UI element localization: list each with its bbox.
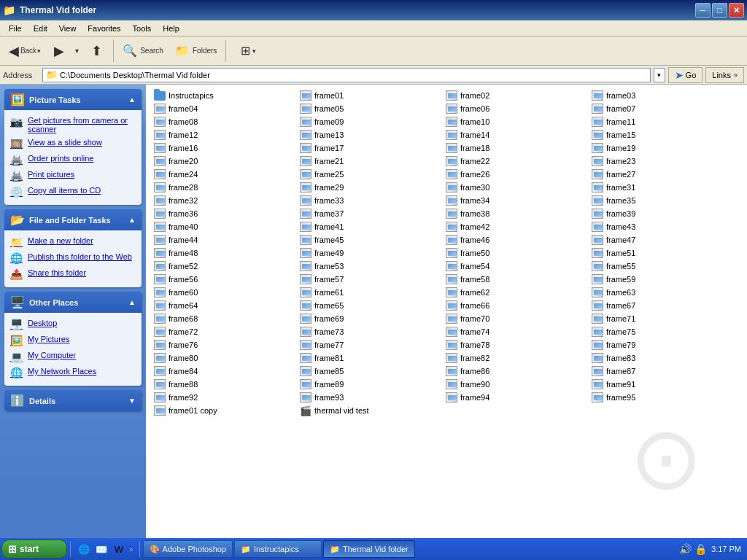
list-item[interactable]: frame53 (296, 260, 442, 273)
list-item[interactable]: frame83 (588, 351, 734, 365)
list-item[interactable]: frame76 (150, 338, 296, 351)
list-item[interactable]: frame35 (588, 194, 734, 207)
menu-favorites[interactable]: Favorites (82, 23, 126, 34)
address-input[interactable]: 📁 C:\Documents Desktop\Thermal Vid folde… (42, 68, 651, 82)
list-item[interactable]: frame84 (150, 365, 296, 378)
list-item[interactable]: frame85 (296, 365, 442, 378)
sidebar-item-share-folder[interactable]: 📤 Share this folder (7, 267, 139, 281)
taskbar-instructapics[interactable]: 📁 Instructapics (234, 540, 322, 558)
list-item[interactable]: frame12 (150, 128, 296, 141)
list-item[interactable]: frame34 (442, 194, 588, 207)
list-item[interactable]: frame40 (150, 220, 296, 233)
list-item[interactable]: frame91 (588, 378, 734, 391)
list-item[interactable]: frame29 (296, 181, 442, 194)
list-item[interactable]: frame42 (442, 220, 588, 233)
sidebar-item-desktop[interactable]: 🖥️ Desktop (7, 317, 139, 332)
sidebar-item-new-folder[interactable]: 📁 Make a new folder (7, 235, 139, 249)
list-item[interactable]: frame02 (442, 89, 588, 102)
list-item[interactable]: frame92 (150, 391, 296, 404)
forward-button[interactable]: ▶ (48, 38, 70, 64)
list-item[interactable]: frame61 (296, 286, 442, 299)
ie-icon[interactable]: 🌐 (77, 542, 91, 556)
picture-tasks-collapse[interactable]: ▲ (128, 96, 136, 104)
file-folder-tasks-header[interactable]: 📂 File and Folder Tasks ▲ (4, 209, 142, 230)
list-item[interactable]: frame95 (588, 391, 734, 404)
list-item[interactable]: frame44 (150, 233, 296, 246)
list-item[interactable]: frame65 (296, 299, 442, 312)
email-icon[interactable]: ✉️ (94, 542, 109, 556)
list-item[interactable]: frame10 (442, 115, 588, 128)
list-item[interactable]: frame94 (442, 391, 588, 404)
list-item[interactable]: frame75 (588, 325, 734, 338)
list-item[interactable]: frame13 (296, 128, 442, 141)
list-item[interactable]: frame80 (150, 351, 296, 365)
list-item[interactable]: frame37 (296, 207, 442, 220)
sidebar-item-slideshow[interactable]: 🎞️ View as a slide show (7, 136, 139, 151)
list-item[interactable]: frame51 (588, 246, 734, 260)
list-item[interactable]: frame93 (296, 391, 442, 404)
details-header[interactable]: ℹ️ Details ▼ (4, 390, 142, 411)
up-button[interactable]: ⬆ (83, 38, 109, 64)
list-item[interactable]: frame54 (442, 260, 588, 273)
taskbar-thermal-vid[interactable]: 📁 Thermal Vid folder (323, 540, 415, 558)
list-item[interactable]: frame06 (442, 102, 588, 115)
taskbar-photoshop[interactable]: 🎨 Adobe Photoshop (143, 540, 233, 558)
list-item[interactable]: frame52 (150, 260, 296, 273)
menu-help[interactable]: Help (157, 23, 185, 34)
list-item[interactable]: frame41 (296, 220, 442, 233)
list-item[interactable]: frame24 (150, 168, 296, 181)
sidebar-item-my-computer[interactable]: 💻 My Computer (7, 349, 139, 364)
back-button[interactable]: ◀ Back ▾ (3, 38, 47, 64)
sidebar-item-network-places[interactable]: 🌐 My Network Places (7, 365, 139, 380)
list-item[interactable]: frame56 (150, 273, 296, 286)
list-item[interactable]: frame18 (442, 141, 588, 155)
list-item[interactable]: frame87 (588, 365, 734, 378)
list-item[interactable]: frame04 (150, 102, 296, 115)
sidebar-item-order-prints[interactable]: 🖨️ Order prints online (7, 152, 139, 167)
list-item[interactable]: frame79 (588, 338, 734, 351)
list-item[interactable]: frame78 (442, 338, 588, 351)
start-button[interactable]: ⊞ start (1, 540, 67, 559)
list-item[interactable]: frame89 (296, 378, 442, 391)
sidebar-item-my-pictures[interactable]: 🖼️ My Pictures (7, 333, 139, 348)
list-item[interactable]: frame03 (588, 89, 734, 102)
list-item[interactable]: frame45 (296, 233, 442, 246)
list-item[interactable]: frame08 (150, 115, 296, 128)
list-item[interactable]: frame73 (296, 325, 442, 338)
list-item[interactable]: frame88 (150, 378, 296, 391)
quick-launch-expand[interactable]: » (129, 545, 133, 553)
minimize-button[interactable]: ─ (695, 3, 711, 18)
links-button[interactable]: Links » (705, 67, 744, 83)
list-item[interactable]: frame09 (296, 115, 442, 128)
other-places-header[interactable]: 🖥️ Other Places ▲ (4, 292, 142, 313)
list-item[interactable]: frame62 (442, 286, 588, 299)
list-item[interactable]: frame20 (150, 155, 296, 168)
other-places-collapse[interactable]: ▲ (128, 298, 136, 306)
menu-view[interactable]: View (53, 23, 82, 34)
list-item[interactable]: frame68 (150, 312, 296, 325)
list-item[interactable]: frame90 (442, 378, 588, 391)
list-item[interactable]: frame71 (588, 312, 734, 325)
file-folder-tasks-collapse[interactable]: ▲ (128, 216, 136, 224)
list-item[interactable]: frame70 (442, 312, 588, 325)
list-item[interactable]: frame14 (442, 128, 588, 141)
list-item[interactable]: frame22 (442, 155, 588, 168)
list-item[interactable]: frame67 (588, 299, 734, 312)
menu-tools[interactable]: Tools (127, 23, 158, 34)
list-item[interactable]: frame47 (588, 233, 734, 246)
list-item[interactable]: Instructapics (150, 89, 296, 102)
list-item[interactable]: frame72 (150, 325, 296, 338)
menu-edit[interactable]: Edit (28, 23, 53, 34)
picture-tasks-header[interactable]: 🖼️ Picture Tasks ▲ (4, 89, 142, 110)
list-item[interactable]: frame81 (296, 351, 442, 365)
list-item[interactable]: frame46 (442, 233, 588, 246)
list-item[interactable]: frame59 (588, 273, 734, 286)
close-button[interactable]: ✕ (729, 3, 744, 18)
sidebar-item-publish-folder[interactable]: 🌐 Publish this folder to the Web (7, 251, 139, 265)
list-item[interactable]: frame30 (442, 181, 588, 194)
list-item[interactable]: frame25 (296, 168, 442, 181)
search-button[interactable]: 🔍 Search (117, 38, 169, 64)
menu-file[interactable]: File (3, 23, 28, 34)
list-item[interactable]: frame57 (296, 273, 442, 286)
list-item[interactable]: frame43 (588, 220, 734, 233)
